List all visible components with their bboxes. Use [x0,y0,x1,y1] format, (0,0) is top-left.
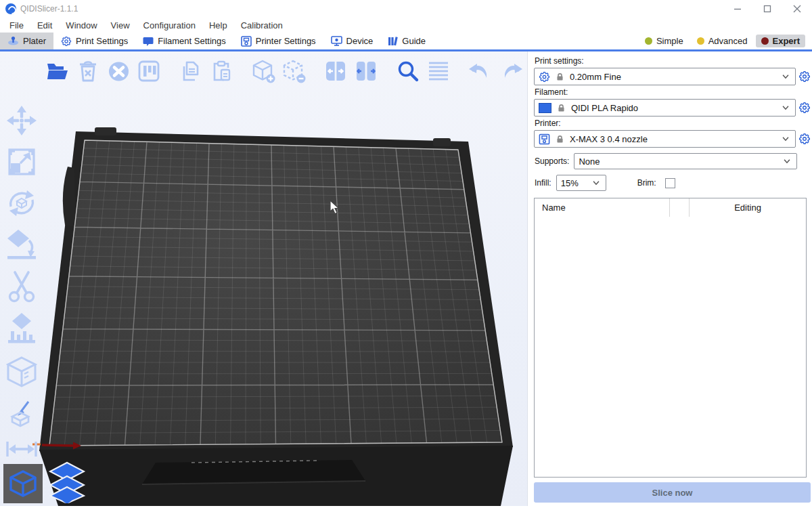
tab-print-settings[interactable]: Print Settings [53,33,135,49]
lock-icon [556,103,566,113]
open-file-button[interactable] [45,58,70,84]
paste-button[interactable] [208,58,234,84]
add-instance-icon [251,59,275,83]
top-toolbar [45,58,524,84]
move-tool[interactable] [3,104,41,137]
copy-icon [180,60,202,83]
paint-on-supports-icon [5,312,38,346]
guide-icon [388,36,398,46]
minimize-button[interactable] [723,0,752,18]
emboss-tool[interactable] [3,399,41,429]
place-on-face-icon [5,228,39,261]
lock-icon [555,134,565,144]
redo-button[interactable] [498,58,524,84]
mode-selector: Simple Advanced Expert [639,33,812,49]
3d-editor-view-icon [7,468,39,499]
slice-now-button[interactable]: Slice now [534,482,811,503]
column-name: Name [535,203,669,213]
measure-icon [5,438,39,461]
tab-plater[interactable]: Plater [0,33,53,49]
gear-icon [798,133,811,145]
preview-button[interactable] [46,461,88,503]
menu-edit[interactable]: Edit [30,18,59,33]
rotate-tool[interactable] [3,187,41,219]
delete-all-button[interactable] [106,58,131,84]
arrange-icon [138,60,160,82]
object-list-body[interactable] [535,217,806,477]
filament-label: Filament: [535,87,812,97]
mode-expert[interactable]: Expert [756,35,805,47]
menu-configuration[interactable]: Configuration [137,18,202,33]
printer-combo[interactable]: X-MAX 3 0.4 nozzle [534,130,796,148]
close-button[interactable] [782,0,812,18]
menu-view[interactable]: View [104,18,137,33]
rotate-icon [5,187,39,219]
delete-icon [78,60,98,82]
printer-gear-button[interactable] [797,131,812,146]
expert-dot-icon [761,37,769,45]
split-to-parts-icon [355,60,378,83]
tab-printer-settings[interactable]: Printer Settings [233,33,323,49]
print-settings-combo[interactable]: 0.20mm Fine [534,68,796,85]
copy-button[interactable] [178,58,204,84]
scale-tool[interactable] [3,146,41,178]
delete-button[interactable] [75,58,101,84]
measure-tool[interactable] [3,438,41,461]
infill-combo[interactable]: 15% [556,175,606,191]
seam-painting-tool[interactable] [3,355,41,390]
gear-icon [539,71,550,83]
cut-icon [6,270,37,303]
lock-icon [555,72,565,82]
split-to-objects-button[interactable] [323,58,348,84]
brim-checkbox[interactable] [665,178,675,188]
print-settings-label: Print settings: [535,56,812,66]
title-bar: QIDISlicer-1.1.1 [0,0,812,18]
remove-instance-button[interactable] [281,58,307,84]
menu-calibration[interactable]: Calibration [234,18,290,33]
mode-simple[interactable]: Simple [639,35,689,47]
gear-icon [798,70,811,83]
advanced-dot-icon [697,37,704,45]
print-settings-gear-button[interactable] [797,69,812,84]
variable-layer-height-button[interactable] [426,58,451,84]
chevron-down-icon [781,134,790,144]
gear-icon [61,36,72,47]
infill-label: Infill: [535,178,551,188]
seam-painting-icon [4,355,39,390]
menu-window[interactable]: Window [59,18,104,33]
object-list[interactable]: Name Editing [534,198,807,478]
search-button[interactable] [395,58,421,84]
split-to-parts-button[interactable] [353,58,379,84]
supports-combo[interactable]: None [574,153,797,169]
tab-filament-settings[interactable]: Filament Settings [135,33,233,49]
filament-combo[interactable]: QIDI PLA Rapido [534,99,796,117]
device-icon [331,36,342,46]
tab-guide[interactable]: Guide [380,33,433,49]
cut-tool[interactable] [3,270,41,303]
chevron-down-icon [781,103,790,112]
brim-label: Brim: [637,178,656,188]
add-instance-button[interactable] [250,58,276,84]
undo-button[interactable] [468,58,493,84]
filament-gear-button[interactable] [797,100,812,115]
menu-help[interactable]: Help [202,18,234,33]
redo-icon [499,62,523,81]
arrange-button[interactable] [136,58,162,84]
chevron-down-icon [781,72,790,81]
search-icon [397,60,420,83]
tab-device[interactable]: Device [323,33,381,49]
tab-bar: Plater Print Settings Filament Settings … [0,33,812,51]
printer-icon [241,36,252,47]
view-toggle [3,461,88,503]
column-editing: Editing [690,203,806,213]
place-on-face-tool[interactable] [3,228,41,261]
undo-icon [468,62,493,81]
menu-file[interactable]: File [3,18,30,33]
maximize-button[interactable] [752,0,782,18]
3d-editor-view-button[interactable] [3,464,43,503]
paint-on-supports-tool[interactable] [3,312,41,346]
supports-label: Supports: [535,156,569,166]
mode-advanced[interactable]: Advanced [692,35,753,47]
settings-panel: Print settings: 0.20mm Fine Filament: QI… [527,51,812,506]
3d-viewport[interactable] [0,51,527,506]
